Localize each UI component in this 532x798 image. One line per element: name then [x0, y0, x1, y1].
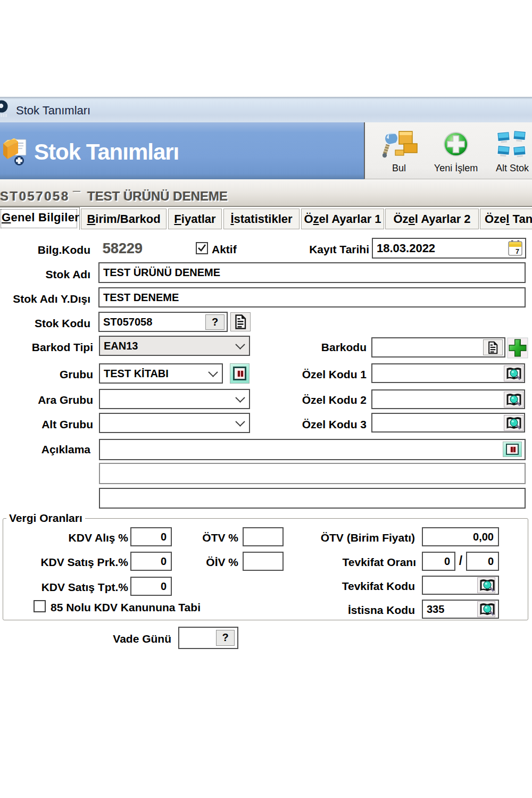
svg-text:7: 7 [516, 248, 519, 255]
